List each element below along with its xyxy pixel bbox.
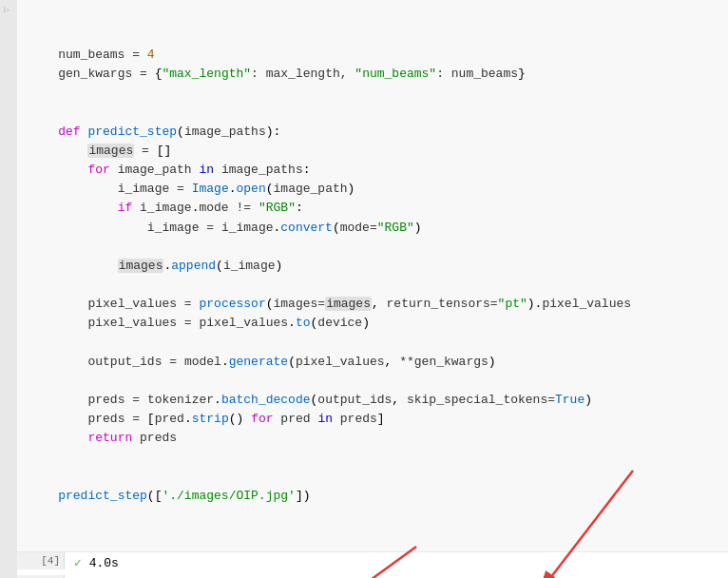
code-cell: num_beams = 4 gen_kwargs = {"max_length"… (17, 0, 728, 552)
warning-row: … UserWarning: You have modified the pre… (17, 573, 728, 578)
cell-number: [4] (41, 555, 60, 567)
content-area: num_beams = 4 gen_kwargs = {"max_length"… (17, 0, 728, 578)
code-block: num_beams = 4 gen_kwargs = {"max_length"… (17, 4, 728, 548)
cell-number-gutter: [4] (17, 552, 65, 569)
main-container: ▷ num_beams = 4 gen_kwargs = {"max_lengt… (0, 0, 728, 578)
execution-info-content: ✓ 4.0s (65, 552, 728, 573)
execution-info-row: [4] ✓ 4.0s (17, 552, 728, 573)
execution-time: 4.0s (89, 556, 119, 570)
collapse-arrow-icon[interactable]: ▷ (4, 4, 10, 15)
check-icon: ✓ (74, 556, 82, 570)
code-pre: num_beams = 4 gen_kwargs = {"max_length"… (29, 46, 717, 505)
left-sidebar: ▷ (0, 0, 17, 578)
